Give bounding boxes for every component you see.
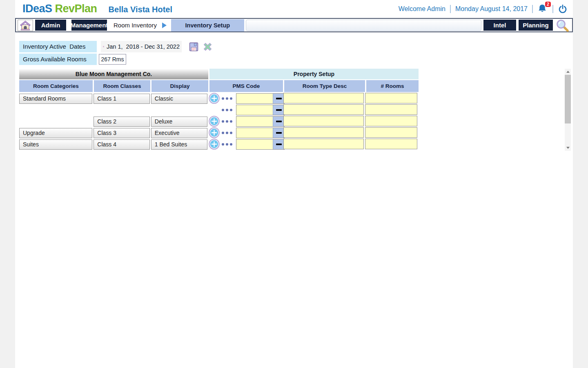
row-options-dots[interactable] [222,132,232,134]
plus-circle-icon [209,127,220,138]
plus-circle-icon [209,93,220,104]
pms-code-input[interactable] [236,117,273,126]
room-type-desc-input[interactable] [283,104,364,115]
inventory-dates-label: Inventory Active Dates [19,41,97,52]
arrow-right-icon [162,22,167,28]
add-pms-code-button[interactable] [209,93,220,104]
topbar: IDeaS RevPlan Bella Vista Hotel Welcome … [15,0,573,18]
column-header-room-classes: Room Classes [94,80,150,92]
add-pms-code-button[interactable] [209,139,220,150]
gross-rooms-value: 267 Rms [99,54,126,65]
search-button[interactable] [556,19,569,32]
scroll-thumb[interactable] [565,75,571,123]
room-class-cell[interactable]: Class 1 [94,94,149,104]
pms-code-field [236,93,285,104]
current-date-text: Monday August 14, 2017 [455,5,528,13]
date-range-value: Jan 1, 2018 - Dec 31, 2022 [107,43,180,50]
num-rooms-input[interactable] [365,104,417,115]
notification-badge: 2 [545,2,551,7]
room-class-cell[interactable]: Class 3 [94,128,149,138]
scroll-up-button[interactable] [565,69,571,75]
calendar-icon [103,42,104,51]
num-rooms-input[interactable] [365,127,417,138]
pms-code-input[interactable] [236,128,273,138]
add-pms-code-button[interactable] [209,116,220,127]
display-cell[interactable]: 1 Bed Suites [151,139,207,150]
column-header-room-type-desc: Room Type Desc [284,80,365,92]
pms-code-input[interactable] [236,105,273,115]
save-button[interactable] [189,42,199,52]
remove-pms-code-button[interactable] [273,128,284,138]
floppy-disk-icon [189,42,199,52]
brand-ideas: IDeaS [22,2,52,15]
topbar-right: Welcome Admin Monday August 14, 2017 2 [399,4,568,14]
num-rooms-input[interactable] [365,93,417,103]
room-type-desc-input[interactable] [283,93,364,103]
table-row [19,104,419,116]
planning-button[interactable]: Planning [519,20,553,31]
num-rooms-input[interactable] [365,139,417,149]
table-row: Standard Rooms Class 1 Classic [19,93,419,104]
group-header-management-co: Blue Moon Management Co. [19,69,208,79]
column-header-num-rooms: # Rooms [366,80,419,92]
row-options-dots[interactable] [222,109,232,111]
add-pms-code-button[interactable] [209,127,220,138]
home-button[interactable] [18,20,33,31]
table-row: Class 2 Deluxe [19,116,419,127]
remove-pms-code-button[interactable] [273,117,284,126]
remove-pms-code-button[interactable] [273,105,284,115]
row-options-dots[interactable] [222,120,232,123]
minus-icon [276,109,282,111]
room-category-cell[interactable]: Suites [19,139,92,150]
room-class-cell[interactable]: Class 2 [94,117,149,127]
intel-button[interactable]: Intel [483,20,516,31]
magnifier-icon [556,19,569,32]
divider [532,5,533,13]
app-window: IDeaS RevPlan Bella Vista Hotel Welcome … [15,0,573,368]
display-cell[interactable]: Deluxe [151,117,207,127]
breadcrumb: Room Inventory [114,22,157,29]
table-body: Standard Rooms Class 1 Classic [19,93,419,150]
display-cell[interactable]: Classic [151,94,207,104]
logout-button[interactable] [558,4,568,14]
table-scrollbar[interactable] [565,69,571,151]
brand-revplan: RevPlan [55,2,97,15]
row-options-dots[interactable] [222,143,232,146]
column-header-pms-code: PMS Code [209,80,283,92]
room-type-desc-input[interactable] [283,116,364,126]
pms-code-field [236,139,285,150]
scroll-track[interactable] [565,123,571,145]
pms-code-input[interactable] [236,139,273,149]
admin-button[interactable]: Admin [35,20,66,31]
table-row: Upgrade Class 3 Executive [19,127,419,139]
column-header-row: Room Categories Room Classes Display PMS… [19,80,419,92]
pms-code-input[interactable] [236,94,273,103]
date-range-field[interactable]: Jan 1, 2018 - Dec 31, 2022 [101,41,182,52]
notifications-button[interactable]: 2 [537,4,548,14]
pms-code-field [236,116,285,127]
room-class-cell[interactable]: Class 4 [94,139,149,150]
triangle-down-icon [566,147,570,149]
management-button[interactable]: Management [71,20,107,31]
column-header-display: Display [151,80,208,92]
plus-circle-icon [209,139,220,150]
room-type-desc-input[interactable] [283,139,364,149]
nav-spacer-bar [246,20,481,31]
remove-pms-code-button[interactable] [273,94,284,103]
minus-icon [276,132,282,134]
room-category-cell[interactable]: Upgrade [19,128,92,138]
display-cell[interactable]: Executive [151,128,207,138]
remove-pms-code-button[interactable] [273,139,284,149]
num-rooms-input[interactable] [365,116,417,126]
room-inventory-table: Blue Moon Management Co. Property Setup … [19,69,419,150]
divider [450,5,451,13]
room-type-desc-input[interactable] [283,127,364,138]
column-header-room-categories: Room Categories [19,80,93,92]
scroll-down-button[interactable] [565,145,571,151]
room-category-cell[interactable]: Standard Rooms [19,94,92,104]
tab-inventory-setup[interactable]: Inventory Setup [171,19,244,31]
gross-rooms-row: Gross Available Rooms 267 Rms [19,54,573,65]
row-options-dots[interactable] [222,97,232,100]
gross-rooms-label: Gross Available Rooms [19,54,97,65]
cancel-button[interactable] [203,42,213,52]
